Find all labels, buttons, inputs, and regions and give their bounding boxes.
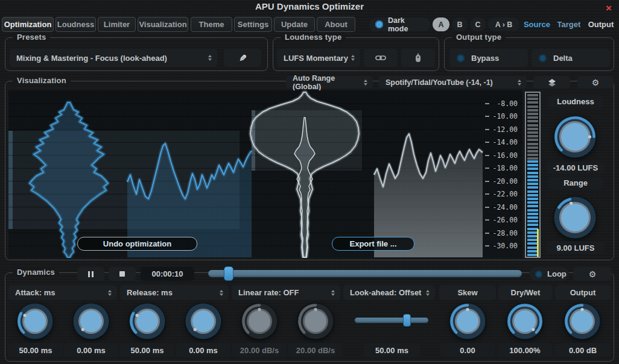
delta-label: Delta [553, 54, 573, 63]
close-icon[interactable]: × [602, 2, 615, 14]
scale-label: -20.00 [478, 177, 518, 186]
attack-knob[interactable] [16, 303, 54, 340]
look-ahead-slider[interactable] [355, 318, 428, 323]
time-display[interactable]: 00:00:10 [141, 267, 194, 281]
scale-label: -28.00 [478, 229, 518, 237]
updown-arrows-icon [331, 290, 335, 296]
tab-update[interactable]: Update [274, 17, 315, 32]
release-value[interactable]: 0.00 ms [64, 343, 118, 357]
attack-mode-select[interactable]: Attack: ms [8, 285, 117, 300]
timer-button[interactable] [401, 49, 435, 67]
loudness-type-legend: Loudness type [281, 33, 346, 42]
look-ahead-select[interactable]: Look-ahead: Offset [343, 285, 435, 300]
gear-icon: ⚙ [589, 269, 597, 279]
release-mode-value: Release: ms [127, 288, 173, 297]
tab-optimization[interactable]: Optimization [2, 17, 54, 32]
bypass-toggle[interactable]: Bypass [449, 49, 528, 67]
gear-icon: ⚙ [592, 78, 600, 87]
preset-slot-a-button[interactable]: A [433, 17, 449, 31]
scale-label: -26.00 [478, 216, 518, 224]
dark-mode-indicator-icon [375, 20, 383, 28]
preset-slot-c-button[interactable]: C [470, 17, 486, 31]
tab-settings[interactable]: Settings [234, 17, 272, 32]
pause-button[interactable] [77, 267, 104, 281]
rate-up-knob [241, 303, 278, 340]
release-knob[interactable] [72, 303, 110, 340]
playback-position-slider[interactable] [208, 270, 522, 277]
look-ahead-handle[interactable] [403, 314, 411, 327]
release2-knob[interactable] [185, 303, 222, 340]
loudness-type-group: Loudness type LUFS Momentary [273, 37, 439, 71]
visualization-legend: Visualization [13, 76, 71, 85]
tab-about[interactable]: About [317, 17, 355, 32]
range-mode-select[interactable]: Auto Range (Global) [286, 76, 373, 89]
updown-arrows-icon [220, 290, 223, 296]
dry-wet-knob[interactable] [506, 303, 544, 340]
target-loudness-value[interactable]: -14.00 LUFS [547, 162, 605, 174]
release-mode-select[interactable]: Release: ms [120, 285, 229, 300]
delta-radio-icon [539, 54, 547, 62]
output-value[interactable]: 0.00 dB [555, 343, 611, 357]
meter-gray-segments [527, 94, 538, 160]
preset-select-value: Mixing & Mastering - Focus (look-ahead) [16, 54, 167, 63]
output-knob[interactable] [563, 303, 601, 340]
link-channels-button[interactable] [364, 49, 398, 67]
tab-loudness[interactable]: Loudness [56, 17, 96, 32]
skew-value[interactable]: 0.00 [440, 343, 495, 357]
dark-mode-toggle[interactable]: Dark mode [369, 17, 430, 31]
undo-optimization-button[interactable]: Undo optimization [77, 237, 197, 251]
linear-rate-select[interactable]: Linear rate: OFF [232, 285, 340, 300]
preset-select[interactable]: Mixing & Mastering - Focus (look-ahead) [10, 49, 217, 67]
look-ahead-value[interactable]: 50.00 ms [364, 343, 420, 357]
range-knob-label: Range [548, 177, 603, 189]
presets-legend: Presets [13, 33, 50, 42]
scale-label: -10.00 [478, 112, 518, 121]
loop-radio-icon [535, 271, 542, 278]
attack-value[interactable]: 50.00 ms [8, 343, 63, 357]
loudness-type-select[interactable]: LUFS Momentary [277, 49, 360, 67]
layers-button[interactable] [533, 76, 570, 89]
page-title: APU Dynamics Optimizer [0, 0, 619, 12]
edit-preset-button[interactable]: ✎ [224, 49, 261, 67]
skew-knob[interactable] [449, 303, 486, 340]
attack-mode-value: Attack: ms [15, 288, 55, 297]
scale-label: -8.00 [478, 99, 518, 108]
attack2-knob[interactable] [129, 303, 166, 340]
dry-wet-value[interactable]: 100.00% [498, 343, 552, 357]
target-loudness-knob[interactable] [553, 115, 597, 158]
dynamics-settings-button[interactable]: ⚙ [573, 267, 612, 281]
updown-arrows-icon [208, 55, 212, 61]
loudness-meter [525, 92, 541, 258]
tab-theme[interactable]: Theme [191, 17, 232, 32]
target-range-knob[interactable] [553, 196, 597, 239]
attack2-value[interactable]: 50.00 ms [120, 343, 174, 357]
tab-visualization[interactable]: Visualization [138, 17, 188, 32]
target-preset-select[interactable]: Spotify/Tidal/YouTube (-14, -1) [379, 76, 527, 89]
monitor-target-button[interactable]: Target [554, 17, 583, 31]
tab-limiter[interactable]: Limiter [98, 17, 136, 32]
bypass-radio-icon [457, 54, 465, 62]
meter-scale: -8.00-10.00-12.00-14.00-16.00-18.00-20.0… [8, 90, 522, 258]
updown-arrows-icon [426, 290, 430, 296]
delta-toggle[interactable]: Delta [532, 49, 610, 67]
dry-wet-label: Dry/Wet [498, 285, 553, 300]
target-range-value[interactable]: 9.00 LUFS [547, 241, 605, 254]
plugin-window: APU Dynamics Optimizer × Optimization Lo… [0, 0, 619, 364]
release2-value[interactable]: 0.00 ms [176, 343, 230, 357]
scale-label: -14.00 [478, 138, 518, 146]
preset-slot-b-button[interactable]: B [452, 17, 468, 31]
loop-toggle[interactable]: Loop [529, 267, 569, 281]
scale-label: -18.00 [478, 164, 518, 172]
dynamics-legend: Dynamics [13, 268, 59, 277]
monitor-output-button[interactable]: Output [586, 17, 616, 31]
look-ahead-value: Look-ahead: Offset [350, 288, 421, 297]
rate-up-value: 20.00 dB/s [232, 343, 287, 357]
copy-a-to-b-button[interactable]: A › B [488, 17, 519, 31]
stop-button[interactable] [109, 267, 136, 281]
export-file-button[interactable]: Export file ... [332, 237, 414, 251]
loudness-type-value: LUFS Momentary [284, 54, 348, 63]
playback-position-handle[interactable] [224, 266, 233, 281]
monitor-source-button[interactable]: Source [522, 17, 551, 31]
link-icon [375, 54, 386, 61]
visualization-settings-button[interactable]: ⚙ [577, 76, 614, 89]
